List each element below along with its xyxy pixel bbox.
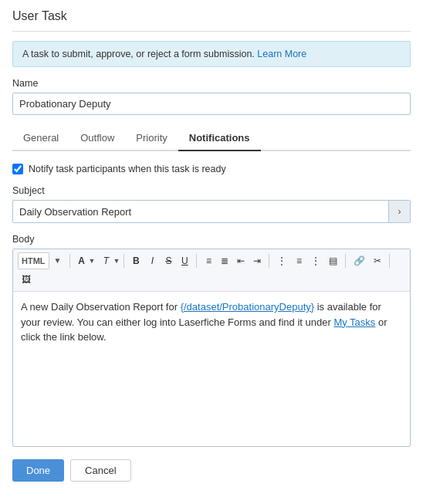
toolbar-group-html: HTML ▼ <box>18 252 66 269</box>
toolbar-sep-2 <box>124 254 124 268</box>
toolbar-group-image: 🖼 <box>18 271 35 288</box>
font-family-button[interactable]: T <box>98 252 113 269</box>
unlink-button[interactable]: ✂ <box>370 252 385 269</box>
notify-checkbox-row: Notify task participants when this task … <box>12 164 411 174</box>
subject-arrow-button[interactable]: › <box>388 201 410 222</box>
subject-input[interactable] <box>13 201 388 222</box>
toolbar-sep-6 <box>389 254 390 268</box>
info-banner: A task to submit, approve, or reject a f… <box>12 41 411 67</box>
name-label: Name <box>12 78 411 89</box>
indent-decrease-button[interactable]: ⇤ <box>233 252 249 269</box>
body-text-1: A new Daily Observation Report for <box>21 301 181 313</box>
indent-increase-button[interactable]: ⇥ <box>249 252 265 269</box>
body-section: Body HTML ▼ A ▼ T ▼ B <box>12 234 411 447</box>
notify-checkbox-label: Notify task participants when this task … <box>29 164 226 174</box>
font-size-button[interactable]: A <box>74 252 90 269</box>
name-input[interactable] <box>12 93 411 115</box>
toolbar-sep-3 <box>196 254 197 268</box>
align-justify-button[interactable]: ▤ <box>325 252 341 269</box>
page-title: User Task <box>12 9 411 32</box>
align-right-button[interactable]: ⋮ <box>307 252 324 269</box>
tab-notifications[interactable]: Notifications <box>178 126 261 151</box>
toolbar-sep-5 <box>345 254 346 268</box>
toolbar-group-link: 🔗 ✂ <box>350 252 385 269</box>
align-center-button[interactable]: ≡ <box>291 252 306 269</box>
link-button[interactable]: 🔗 <box>350 252 369 269</box>
cancel-button[interactable]: Cancel <box>70 459 130 482</box>
tab-general[interactable]: General <box>12 126 69 151</box>
toolbar-sep-4 <box>269 254 269 268</box>
underline-button[interactable]: U <box>177 252 192 269</box>
list-ordered-button[interactable]: ≣ <box>217 252 232 269</box>
tab-outflow[interactable]: Outflow <box>69 126 125 151</box>
page-container: User Task A task to submit, approve, or … <box>0 0 423 497</box>
editor-toolbar: HTML ▼ A ▼ T ▼ B I S U <box>13 249 410 292</box>
notify-checkbox[interactable] <box>12 164 23 174</box>
toolbar-group-align: ⋮ ≡ ⋮ ▤ <box>273 252 341 269</box>
toolbar-sep-1 <box>69 254 70 268</box>
html-chevron-button[interactable]: ▼ <box>50 252 66 269</box>
toolbar-group-font: A ▼ T ▼ <box>74 252 120 269</box>
editor-body[interactable]: A new Daily Observation Report for {/dat… <box>13 292 410 446</box>
toolbar-group-list: ≡ ≣ ⇤ ⇥ <box>201 252 265 269</box>
subject-row: Subject › <box>12 185 411 223</box>
done-button[interactable]: Done <box>12 459 64 482</box>
subject-input-wrapper: › <box>12 200 411 223</box>
tab-priority[interactable]: Priority <box>125 126 178 151</box>
footer-actions: Done Cancel <box>12 459 411 482</box>
tabs-bar: General Outflow Priority Notifications <box>12 126 411 151</box>
body-label: Body <box>12 234 411 245</box>
italic-button[interactable]: I <box>144 252 160 269</box>
subject-label: Subject <box>12 185 411 196</box>
body-link-1[interactable]: {/dataset/ProbationaryDeputy} <box>181 301 314 313</box>
banner-text: A task to submit, approve, or reject a f… <box>22 49 255 59</box>
editor-container: HTML ▼ A ▼ T ▼ B I S U <box>12 249 411 447</box>
font-family-chevron[interactable]: ▼ <box>113 257 120 265</box>
notifications-content: Notify task participants when this task … <box>12 164 411 447</box>
body-link-2[interactable]: My Tasks <box>333 316 375 328</box>
bold-button[interactable]: B <box>128 252 144 269</box>
toolbar-group-format: B I S U <box>128 252 192 269</box>
image-button[interactable]: 🖼 <box>18 271 35 288</box>
html-button[interactable]: HTML <box>18 252 49 269</box>
strikethrough-button[interactable]: S <box>161 252 176 269</box>
learn-more-link[interactable]: Learn More <box>257 49 306 59</box>
list-unordered-button[interactable]: ≡ <box>201 252 216 269</box>
font-size-chevron[interactable]: ▼ <box>89 257 96 265</box>
align-left-button[interactable]: ⋮ <box>273 252 290 269</box>
